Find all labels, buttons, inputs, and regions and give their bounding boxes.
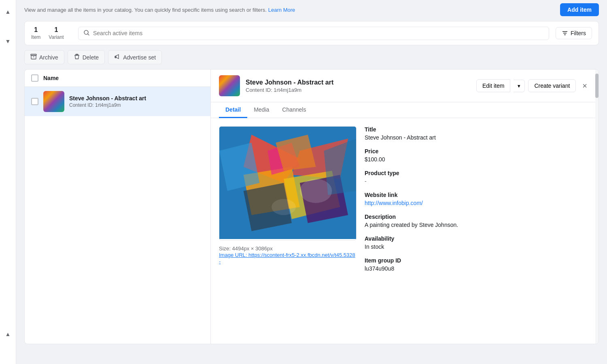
sidebar-chevron-up2[interactable]: ▲ — [2, 328, 14, 340]
svg-line-1 — [88, 34, 89, 35]
stats-section: 1 Item 1 Variant — [31, 26, 72, 40]
variant-count: 1 — [49, 26, 64, 34]
svg-point-23 — [300, 179, 332, 203]
scrollbar-thumb[interactable] — [595, 74, 599, 98]
item-name: Steve Johnson - Abstract art — [69, 95, 204, 102]
filters-label: Filters — [571, 30, 586, 36]
price-field-value: $100.00 — [365, 156, 590, 163]
create-variant-button[interactable]: Create variant — [528, 79, 576, 92]
availability-field-value: In stock — [365, 243, 590, 250]
detail-thumbnail — [219, 75, 240, 96]
field-item-group-id: Item group ID lu374u90u8 — [365, 257, 590, 272]
detail-content-id: Content ID: 1rt4mj1a9m — [246, 87, 471, 93]
svg-point-24 — [272, 199, 296, 215]
image-size-text: Size: 4494px × 3086px — [219, 245, 357, 252]
price-field-label: Price — [365, 148, 590, 154]
item-list-header: Name — [25, 70, 210, 87]
availability-field-label: Availability — [365, 235, 590, 242]
sidebar-chevron-down[interactable]: ▼ — [2, 36, 14, 47]
learn-more-link[interactable]: Learn More — [268, 7, 295, 13]
chevron-up2-icon: ▲ — [5, 331, 11, 337]
field-product-type: Product type - — [365, 170, 590, 184]
svg-rect-5 — [31, 55, 36, 59]
item-list-panel: Name Steve Johnson - Abstract art Conten… — [25, 70, 211, 344]
field-website-link: Website link http://www.infobip.com/ — [365, 192, 590, 206]
product-type-field-label: Product type — [365, 170, 590, 176]
svg-rect-6 — [31, 54, 36, 55]
filters-icon — [562, 30, 568, 36]
item-checkbox[interactable] — [31, 98, 38, 105]
item-group-id-field-label: Item group ID — [365, 257, 590, 264]
top-description-text: View and manage all the items in your ca… — [24, 7, 267, 13]
field-availability: Availability In stock — [365, 235, 590, 250]
detail-header-actions: Edit item ▾ Create variant × — [476, 79, 590, 92]
scrollbar-track — [595, 70, 599, 344]
add-item-button[interactable]: Add item — [560, 3, 599, 16]
delete-button[interactable]: Delete — [68, 50, 105, 64]
item-content-id: Content ID: 1rt4mj1a9m — [69, 102, 204, 108]
svg-rect-8 — [76, 54, 78, 55]
tab-detail[interactable]: Detail — [219, 102, 247, 118]
item-label: Item — [31, 34, 40, 40]
search-icon — [83, 30, 90, 37]
chevron-down-icon: ▾ — [518, 83, 520, 89]
chevron-down-icon: ▼ — [5, 38, 11, 44]
main-content: View and manage all the items in your ca… — [16, 0, 607, 364]
advertise-button[interactable]: Advertise set — [108, 50, 162, 64]
tab-channels[interactable]: Channels — [276, 102, 312, 118]
title-field-value: Steve Johnson - Abstract art — [365, 134, 590, 141]
detail-fields: Title Steve Johnson - Abstract art Price… — [365, 126, 590, 336]
field-description: Description A painting created by Steve … — [365, 214, 590, 228]
field-price: Price $100.00 — [365, 148, 590, 163]
delete-icon — [74, 53, 80, 61]
archive-icon — [30, 53, 37, 61]
detail-image-section: Size: 4494px × 3086px Image URL: https:/… — [219, 126, 357, 336]
close-button[interactable]: × — [579, 80, 590, 92]
detail-header: Steve Johnson - Abstract art Content ID:… — [211, 70, 599, 102]
product-image — [219, 127, 356, 239]
top-description-bar: View and manage all the items in your ca… — [24, 0, 599, 21]
advertise-icon — [114, 53, 121, 61]
detail-content-area: Size: 4494px × 3086px Image URL: https:/… — [211, 118, 599, 344]
toolbar: Archive Delete Advertise set — [24, 50, 599, 64]
item-count: 1 — [31, 26, 40, 34]
detail-thumbnail-art — [219, 75, 240, 96]
chevron-up-icon: ▲ — [5, 8, 11, 15]
website-link-value[interactable]: http://www.infobip.com/ — [365, 200, 423, 206]
edit-item-button[interactable]: Edit item — [476, 79, 510, 92]
archive-label: Archive — [39, 54, 58, 61]
item-group-id-field-value: lu374u90u8 — [365, 265, 590, 272]
sidebar-chevron-up[interactable]: ▲ — [2, 6, 14, 17]
field-title: Title Steve Johnson - Abstract art — [365, 126, 590, 141]
archive-button[interactable]: Archive — [24, 50, 64, 64]
title-field-label: Title — [365, 126, 590, 133]
search-input-wrap — [78, 27, 549, 40]
item-stat: 1 Item — [31, 26, 40, 40]
advertise-label: Advertise set — [123, 54, 156, 61]
description-field-value: A painting created by Steve Johnson. — [365, 222, 590, 228]
select-all-checkbox[interactable] — [31, 74, 38, 82]
website-link-field-label: Website link — [365, 192, 590, 198]
edit-item-dropdown-button[interactable]: ▾ — [514, 80, 525, 92]
item-thumbnail — [43, 91, 64, 112]
delete-label: Delete — [83, 54, 99, 61]
description-field-label: Description — [365, 214, 590, 220]
detail-info: Steve Johnson - Abstract art Content ID:… — [246, 79, 471, 93]
search-input[interactable] — [93, 30, 544, 36]
image-url-link[interactable]: Image URL: https://scontent-frx5-2.xx.fb… — [219, 252, 355, 265]
sidebar: ▲ ▼ ▲ — [0, 0, 16, 364]
table-row[interactable]: Steve Johnson - Abstract art Content ID:… — [25, 87, 210, 116]
product-type-field-value: - — [365, 178, 590, 184]
detail-panel: Steve Johnson - Abstract art Content ID:… — [211, 70, 599, 344]
tab-media[interactable]: Media — [247, 102, 276, 118]
detail-tabs: Detail Media Channels — [211, 102, 599, 118]
close-icon: × — [582, 81, 587, 90]
name-column-header: Name — [43, 75, 59, 81]
variant-stat: 1 Variant — [49, 26, 64, 40]
filters-button[interactable]: Filters — [556, 27, 592, 39]
detail-image-wrapper — [219, 126, 357, 241]
item-info: Steve Johnson - Abstract art Content ID:… — [69, 95, 204, 108]
svg-rect-9 — [74, 55, 79, 56]
item-thumbnail-art — [43, 91, 64, 112]
search-bar-row: 1 Item 1 Variant Filters — [24, 21, 599, 45]
